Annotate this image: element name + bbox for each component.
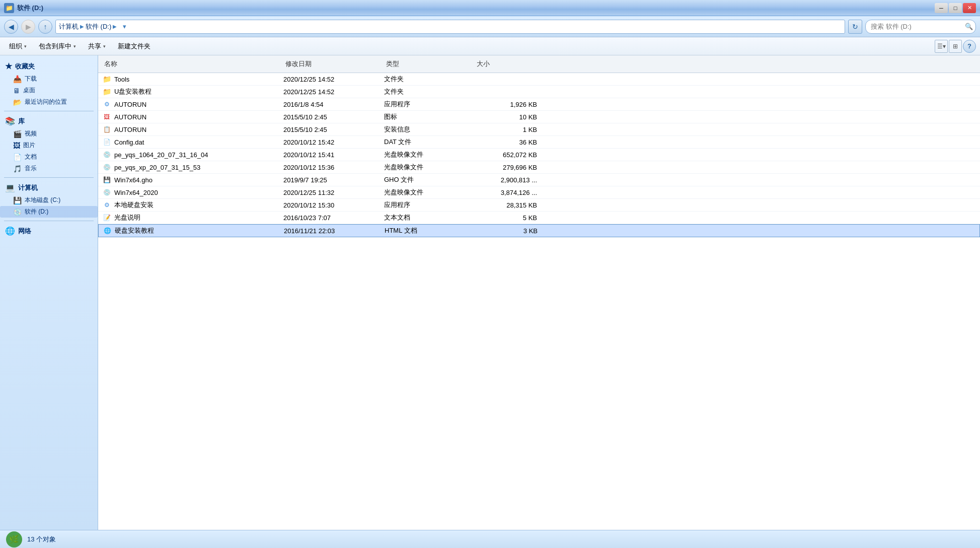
close-button[interactable]: ✕ [963,3,976,13]
file-name: AUTORUN [114,113,146,121]
file-size: 10 KB [475,113,545,121]
file-row[interactable]: 📄 Config.dat 2020/10/12 15:42 DAT 文件 36 … [98,136,980,149]
sidebar-item-drive-d[interactable]: 💿 软件 (D:) [0,206,98,218]
minimize-button[interactable]: ─ [935,3,948,13]
sidebar-library-header[interactable]: 📚 库 [0,114,98,128]
status-bar: 🌿 13 个对象 [0,530,980,548]
desktop-icon: 🖥 [13,87,20,95]
downloads-label: 下载 [25,75,37,83]
help-button[interactable]: ? [963,40,976,53]
file-row[interactable]: 💾 Win7x64.gho 2019/9/7 19:25 GHO 文件 2,90… [98,174,980,186]
col-header-size[interactable]: 大小 [475,58,545,70]
window-icon: 📁 [4,3,14,13]
forward-button[interactable]: ▶ [21,20,35,34]
file-row[interactable]: 📋 AUTORUN 2015/5/10 2:45 安装信息 1 KB [98,123,980,136]
file-type: 应用程序 [384,200,475,210]
file-name: Win7x64_2020 [114,189,158,196]
sidebar-item-video[interactable]: 🎬 视频 [0,128,98,140]
file-modified: 2015/5/10 2:45 [283,126,384,133]
include-library-button[interactable]: 包含到库中 ▾ [34,39,81,53]
file-row[interactable]: ⚙ AUTORUN 2016/1/8 4:54 应用程序 1,926 KB [98,98,980,111]
view-toggle-button[interactable]: ☰▾ [935,40,948,53]
file-type: 文件夹 [384,87,475,96]
file-type-icon: 📁 [102,75,111,84]
sidebar-favorites-header[interactable]: ★ 收藏夹 [0,59,98,73]
docs-icon: 📄 [13,153,22,161]
drive-c-icon: 💾 [13,196,22,204]
sidebar-computer-header[interactable]: 💻 计算机 [0,181,98,194]
include-library-dropdown-arrow: ▾ [73,44,76,49]
favorites-icon: ★ [5,61,12,71]
file-type: DAT 文件 [384,138,475,147]
file-name: pe_yqs_1064_20_07_31_16_04 [114,151,208,159]
file-row[interactable]: 💿 Win7x64_2020 2020/12/25 11:32 光盘映像文件 3… [98,186,980,199]
sidebar-item-recent[interactable]: 📂 最近访问的位置 [0,96,98,108]
col-header-name[interactable]: 名称 [102,58,283,70]
address-dropdown-button[interactable]: ▾ [119,21,130,32]
file-row[interactable]: 🖼 AUTORUN 2015/5/10 2:45 图标 10 KB [98,111,980,123]
computer-label: 计算机 [18,183,38,192]
sidebar-divider-3 [4,221,94,221]
recent-icon: 📂 [13,98,22,106]
file-modified: 2020/12/25 11:32 [283,189,384,196]
file-name-cell: 🖼 AUTORUN [102,112,283,121]
file-row[interactable]: 📁 Tools 2020/12/25 14:52 文件夹 [98,73,980,86]
refresh-button[interactable]: ↻ [848,20,862,34]
organize-button[interactable]: 组织 ▾ [4,39,32,53]
sidebar-item-desktop[interactable]: 🖥 桌面 [0,85,98,96]
new-folder-button[interactable]: 新建文件夹 [113,39,156,53]
breadcrumb-arrow-1: ▶ [80,24,84,29]
file-size: 2,900,813 ... [475,176,545,184]
pictures-icon: 🖼 [13,142,20,150]
file-name-cell: 📝 光盘说明 [102,213,283,222]
file-type: 光盘映像文件 [384,150,475,159]
search-icon-button[interactable]: 🔍 [965,23,973,30]
col-header-type[interactable]: 类型 [384,58,475,70]
video-icon: 🎬 [13,130,22,138]
file-name: AUTORUN [114,101,146,108]
breadcrumb-drive[interactable]: 软件 (D:) [86,22,111,31]
breadcrumb-arrow-2: ▶ [113,24,117,29]
sidebar-item-drive-c[interactable]: 💾 本地磁盘 (C:) [0,194,98,206]
share-button[interactable]: 共享 ▾ [83,39,111,53]
file-modified: 2015/5/10 2:45 [283,113,384,121]
back-button[interactable]: ◀ [4,20,18,34]
up-button[interactable]: ↑ [38,20,52,34]
file-row[interactable]: ⚙ 本地硬盘安装 2020/10/12 15:30 应用程序 28,315 KB [98,199,980,212]
maximize-button[interactable]: □ [949,3,962,13]
preview-pane-button[interactable]: ⊞ [949,40,962,53]
file-row[interactable]: 💿 pe_yqs_xp_20_07_31_15_53 2020/10/12 15… [98,161,980,174]
file-name: Tools [114,76,129,83]
sidebar-item-downloads[interactable]: 📥 下载 [0,73,98,85]
file-type-icon: 💾 [102,175,111,184]
file-name-cell: 💿 pe_yqs_1064_20_07_31_16_04 [102,150,283,159]
favorites-label: 收藏夹 [15,62,35,71]
search-input[interactable] [865,20,976,34]
file-row[interactable]: 📝 光盘说明 2016/10/23 7:07 文本文档 5 KB [98,212,980,224]
file-size: 279,696 KB [475,164,545,171]
file-name-cell: 🌐 硬盘安装教程 [103,226,284,235]
sidebar-item-pictures[interactable]: 🖼 图片 [0,140,98,151]
file-row[interactable]: 📁 U盘安装教程 2020/12/25 14:52 文件夹 [98,86,980,98]
breadcrumb-computer[interactable]: 计算机 [59,22,79,31]
col-header-modified[interactable]: 修改日期 [283,58,384,70]
file-row[interactable]: 💿 pe_yqs_1064_20_07_31_16_04 2020/10/12 … [98,149,980,161]
file-type-icon: 📝 [102,213,111,222]
sidebar-section-favorites: ★ 收藏夹 📥 下载 🖥 桌面 📂 最近访问的位置 [0,59,98,108]
new-folder-label: 新建文件夹 [118,42,150,51]
file-list: 📁 Tools 2020/12/25 14:52 文件夹 📁 U盘安装教程 20… [98,73,980,237]
title-bar-controls: ─ □ ✕ [935,3,976,13]
file-size: 5 KB [475,214,545,222]
file-name-cell: 📄 Config.dat [102,138,283,147]
sidebar-network-header[interactable]: 🌐 网络 [0,224,98,238]
file-row[interactable]: 🌐 硬盘安装教程 2016/11/21 22:03 HTML 文档 3 KB [98,224,980,237]
sidebar: ★ 收藏夹 📥 下载 🖥 桌面 📂 最近访问的位置 📚 库 [0,55,98,530]
file-modified: 2020/10/12 15:42 [283,139,384,146]
sidebar-item-music[interactable]: 🎵 音乐 [0,163,98,174]
file-name: 本地硬盘安装 [114,200,154,210]
file-name: 硬盘安装教程 [115,226,154,235]
sidebar-item-docs[interactable]: 📄 文档 [0,151,98,163]
file-name: Config.dat [114,139,144,146]
search-container: 🔍 [865,20,976,34]
drive-d-label: 软件 (D:) [25,208,48,216]
